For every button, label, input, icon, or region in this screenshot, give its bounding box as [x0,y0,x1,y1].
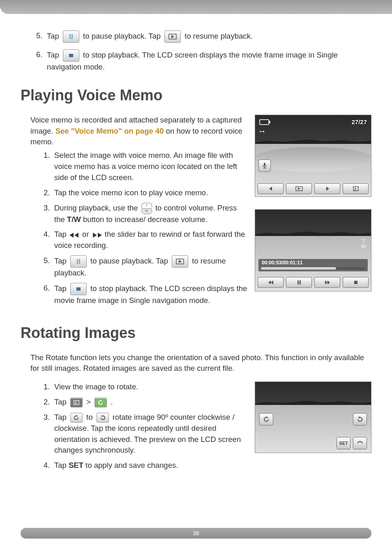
text: button to increase/ decrease volume. [81,215,208,224]
text: . [111,398,113,406]
step-text: Tap the voice memo icon to play voice me… [54,187,247,199]
step-text: Select the image with voice memo. An ima… [54,150,247,183]
step-text: Tap to rotate image 90º counter clockwis… [54,412,247,456]
svg-marker-10 [298,187,300,190]
svg-rect-27 [77,259,78,264]
prev-button[interactable] [258,183,284,194]
sky-area [255,210,371,236]
svg-marker-32 [266,416,268,419]
next-button[interactable] [314,183,340,194]
step-number: 2. [44,397,54,408]
step-number: 5. [36,30,47,43]
rotate-cw-area [353,413,367,426]
playback-toolbar [258,277,369,288]
rotate-ccw-button[interactable] [259,413,273,426]
cross-reference-link[interactable]: See "Voice Memo" on page 40 [55,127,164,135]
step-number: 6. [36,49,47,73]
step-text: Tap to stop playback. The LCD screen dis… [54,283,247,306]
key-icon: ⊶ [259,128,265,134]
menu-button[interactable] [343,183,369,194]
text: Tap [54,257,67,265]
svg-marker-38 [101,415,103,417]
rotate-ccw-icon [70,413,83,423]
text: to resume playback. [184,32,253,40]
play-icon [172,255,188,268]
step-number: 2. [44,187,54,199]
step-text: View the image to rotate. [54,382,247,393]
svg-marker-3 [171,35,174,38]
step-text: Tap > . [54,397,247,408]
stop-button[interactable] [343,277,369,288]
svg-marker-37 [76,415,78,417]
step-number: 3. [44,203,54,225]
forward-button[interactable] [314,277,340,288]
step-5-top: 5. Tap to pause playback. Tap to resume … [36,30,371,43]
set-button[interactable]: SET [337,437,350,449]
step-number: 1. [44,382,54,393]
stop-icon [63,49,79,62]
step-1: 1. Select the image with voice memo. An … [44,150,247,183]
svg-rect-5 [264,163,265,166]
forward-icon [91,232,103,238]
progress-fill [261,267,336,270]
slideshow-button[interactable] [286,183,312,194]
section-heading-rotating: Rotating Images [21,324,371,342]
lcd-screenshot-playback: 00:00:53/00:01:11 [255,209,371,291]
rotate-cw-icon [97,413,109,423]
text: Tap [54,230,67,238]
header-bar [0,0,392,14]
svg-marker-17 [271,280,273,284]
set-bold: SET [69,461,83,469]
stop-icon [70,283,87,295]
playback-time: 00:00:53/00:01:11 [262,260,302,266]
step-text: During playback, use the TW to control v… [54,203,247,225]
text: or [82,230,89,238]
rotate-ccw-area [259,413,273,426]
svg-rect-19 [300,280,301,284]
svg-rect-0 [69,34,71,39]
section-heading-voice-memo: Playing Voice Memo [21,87,371,104]
pause-button[interactable] [286,277,312,288]
tw-button-icon: TW [141,203,152,214]
tw-bold: T/W [67,215,81,224]
step-3: 3. During playback, use the TW to contro… [44,203,247,225]
pause-icon [63,30,79,43]
svg-marker-33 [358,416,360,419]
rotate-cw-button[interactable] [353,413,367,426]
rotate-icon [95,398,107,407]
step-2: 2. Tap the voice memo icon to play voice… [44,187,247,199]
svg-marker-21 [327,280,330,284]
top-steps: 5. Tap to pause playback. Tap to resume … [21,30,371,73]
progress-track[interactable] [261,267,365,270]
step-4: 4. Tap or the slider bar to rewind or fa… [44,229,247,251]
step-6: 6. Tap to stop playback. The LCD screen … [44,283,247,306]
volume-icon [360,238,368,251]
svg-rect-22 [354,281,357,284]
image-counter: 27/27 [351,118,367,125]
menu-icon [70,398,83,407]
step-5: 5. Tap to pause playback. Tap to resume … [44,255,247,279]
text: to pause playback. Tap [90,257,168,265]
step-text: Tap to pause playback. Tap to resume pla… [54,255,247,279]
voice-memo-icon[interactable] [258,160,271,172]
rotating-block: SET 1. View the image to rotate. 2. Tap … [21,382,371,475]
step-number: 1. [44,150,54,183]
svg-marker-36 [101,400,102,402]
page-footer: 38 [21,528,371,539]
step-number: 4. [44,229,54,251]
text: to pause playback. Tap [83,32,161,40]
pause-icon [70,255,87,268]
rewind-icon [69,232,80,238]
step-text: Tap to stop playback. The LCD screen dis… [47,49,371,73]
text: During playback, use the [54,204,138,212]
svg-marker-25 [93,233,97,238]
svg-rect-28 [79,259,80,264]
step-number: 3. [44,412,54,456]
screenshots-column: ⊶ 27/27 [255,115,371,291]
page-number: 38 [193,530,199,536]
rewind-button[interactable] [258,277,284,288]
voice-memo-block: ⊶ 27/27 [21,115,371,310]
text: Tap [47,51,59,59]
lcd-screenshot-gallery: ⊶ 27/27 [255,115,371,197]
back-button[interactable] [353,437,367,449]
